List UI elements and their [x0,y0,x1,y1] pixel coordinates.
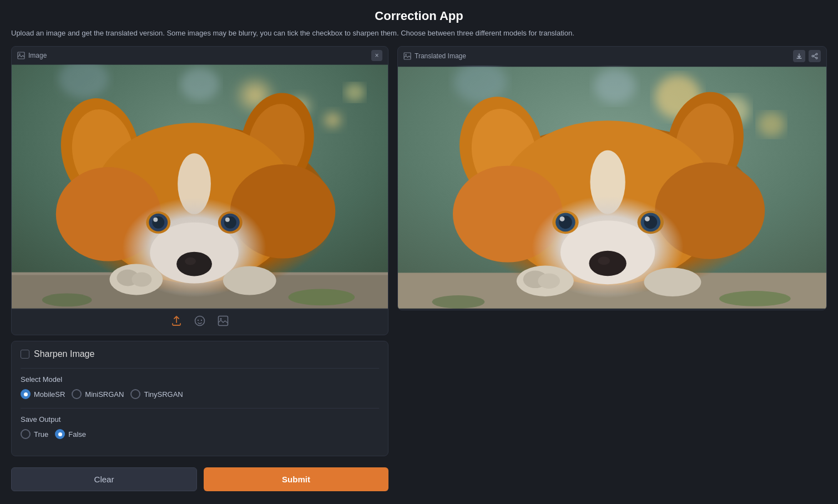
svg-point-36 [289,289,355,305]
corgi-image-svg [12,64,388,309]
image-panel-header: Image × [12,47,388,64]
svg-point-79 [644,268,701,296]
save-section-label: Save Output [21,415,379,424]
svg-point-81 [432,295,484,309]
miniSRGAN-label: MiniSRGAN [85,390,124,399]
image-panel-label: Image [28,52,47,59]
controls-panel: Sharpen Image Select Model MobileSR Mini… [11,341,388,456]
translated-image-area [398,65,826,310]
model-section-label: Select Model [21,375,379,384]
app-description: Upload an image and get the translated v… [11,29,827,37]
submit-button[interactable]: Submit [204,467,388,491]
image-upload-panel: Image × [11,46,388,335]
svg-point-42 [220,318,222,320]
image-icon [17,52,25,59]
svg-point-8 [345,84,365,102]
face-icon[interactable] [194,315,206,329]
svg-point-78 [538,273,560,289]
mobileSR-label: MobileSR [34,390,65,399]
svg-point-44 [405,54,406,55]
svg-point-75 [645,216,650,221]
svg-point-39 [198,320,199,321]
image-close-button[interactable]: × [371,50,382,61]
image-label: Image [17,52,47,59]
gallery-icon[interactable] [217,315,229,329]
action-button-row: Clear Submit [11,467,388,491]
translated-image-label: Translated Image [403,52,466,60]
divider-1 [21,368,379,369]
share-button[interactable] [809,50,821,62]
divider-2 [21,408,379,409]
svg-point-27 [153,218,158,222]
svg-point-5 [180,68,219,101]
svg-point-37 [42,293,92,306]
svg-point-47 [816,57,817,59]
download-button[interactable] [793,50,805,62]
save-true-label: True [34,430,48,439]
svg-point-23 [185,258,196,265]
app-container: Correction App Upload an image and get t… [0,0,838,500]
save-option-true[interactable]: True [21,429,48,439]
image-toolbar [12,309,388,335]
sharpen-row: Sharpen Image [21,349,379,359]
svg-point-31 [225,218,230,222]
translated-panel-icons [793,50,821,62]
translated-corgi-svg [398,65,826,310]
translated-image-icon [403,52,411,60]
upload-icon[interactable] [170,315,183,329]
svg-point-6 [320,109,345,131]
save-true-radio[interactable] [21,429,31,439]
clear-button[interactable]: Clear [11,467,197,491]
main-layout: Image × [11,46,827,491]
model-option-tinySRGAN[interactable]: TinySRGAN [130,389,183,399]
svg-point-38 [195,316,205,326]
svg-point-52 [758,112,785,137]
translated-image-panel: Translated Image [397,46,827,310]
sharpen-checkbox[interactable] [21,350,29,359]
svg-point-40 [201,320,202,321]
svg-point-34 [132,273,152,287]
svg-rect-43 [404,53,411,59]
save-false-radio[interactable] [55,429,65,439]
svg-point-1 [19,53,20,54]
svg-point-35 [223,266,276,295]
left-panel: Image × [11,46,388,491]
app-title: Correction App [11,9,827,23]
sharpen-label: Sharpen Image [34,349,94,359]
svg-point-80 [719,291,791,306]
svg-point-67 [598,256,610,265]
mobileSR-radio[interactable] [21,389,31,399]
save-option-false[interactable]: False [55,429,86,439]
svg-point-51 [594,68,635,103]
svg-point-46 [812,56,814,57]
model-option-miniSRGAN[interactable]: MiniSRGAN [72,389,124,399]
miniSRGAN-radio[interactable] [72,389,82,399]
tinySRGAN-radio[interactable] [130,389,140,399]
model-radio-group: MobileSR MiniSRGAN TinySRGAN [21,389,379,399]
model-option-mobileSR[interactable]: MobileSR [21,389,65,399]
save-false-label: False [68,430,86,439]
svg-point-22 [176,252,212,276]
svg-rect-0 [18,52,24,59]
tinySRGAN-label: TinySRGAN [144,390,183,399]
translated-panel-header: Translated Image [398,47,826,65]
save-radio-group: True False [21,429,379,439]
svg-point-45 [816,53,817,55]
svg-point-71 [559,216,564,221]
original-image-area [12,64,388,309]
translated-panel-label: Translated Image [415,52,466,60]
